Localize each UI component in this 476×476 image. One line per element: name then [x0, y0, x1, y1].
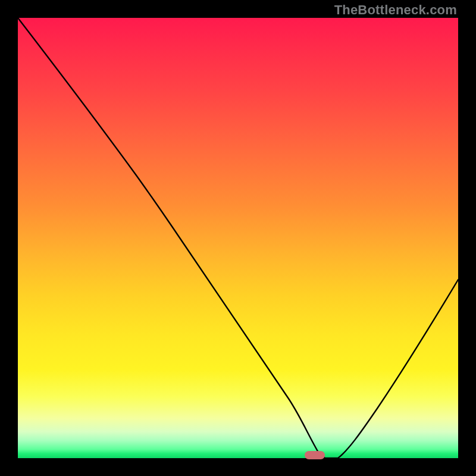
dip-marker: [305, 451, 325, 459]
chart-frame: TheBottleneck.com: [0, 0, 476, 476]
bottleneck-curve-path: [18, 18, 458, 458]
plot-area: [18, 18, 458, 458]
curve-svg: [18, 18, 458, 458]
watermark-text: TheBottleneck.com: [334, 2, 457, 18]
